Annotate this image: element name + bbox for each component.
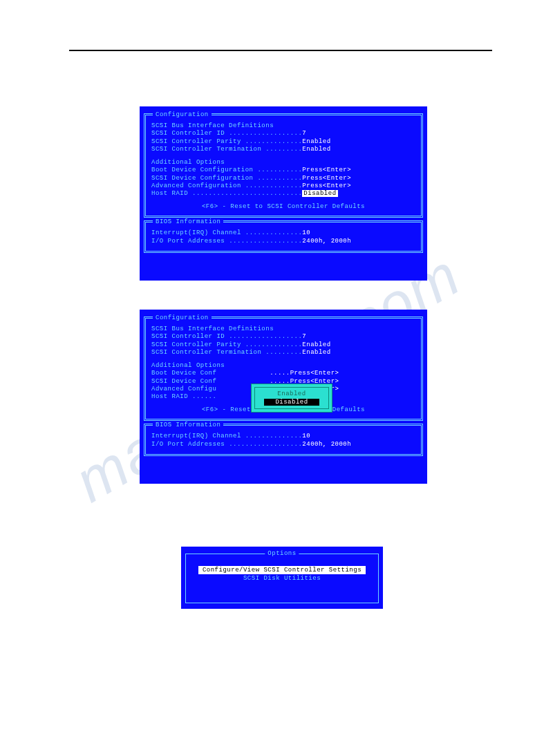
- config-row[interactable]: Boot Device Conf_____________.....Press<…: [151, 370, 415, 377]
- info-row: Interrupt(IRQ) Channel ..............10: [151, 229, 415, 237]
- bios-config-box-2: Configuration SCSI Bus Interface Definit…: [140, 310, 427, 484]
- config-row[interactable]: SCSI Controller ID ..................7: [151, 333, 415, 341]
- panel-title: BIOS Information: [153, 218, 223, 225]
- options-panel: Options Configure/View SCSI Controller S…: [185, 554, 379, 603]
- section-header: Additional Options: [151, 362, 415, 370]
- config-row[interactable]: Advanced Configuration ..............Pre…: [151, 182, 415, 190]
- config-row[interactable]: SCSI Controller Parity ..............Ena…: [151, 138, 415, 146]
- dropdown-option-disabled[interactable]: Disabled: [264, 399, 319, 406]
- option-configure-view[interactable]: Configure/View SCSI Controller Settings: [191, 567, 373, 574]
- config-panel: Configuration SCSI Bus Interface Definit…: [144, 113, 423, 218]
- info-row: I/O Port Addresses ..................240…: [151, 238, 415, 245]
- config-row[interactable]: SCSI Controller Termination .........Ena…: [151, 146, 415, 153]
- bios-config-box-1: Configuration SCSI Bus Interface Definit…: [140, 106, 427, 281]
- help-line: <F6> - Reset to SCSI Controller Defaults: [151, 203, 415, 210]
- info-row: I/O Port Addresses ..................240…: [151, 441, 415, 448]
- config-row[interactable]: SCSI Controller ID ..................7: [151, 130, 415, 138]
- config-row[interactable]: SCSI Controller Termination .........Ena…: [151, 349, 415, 357]
- divider: [69, 50, 492, 51]
- bios-info-panel: BIOS Information Interrupt(IRQ) Channel …: [144, 424, 423, 456]
- section-header: SCSI Bus Interface Definitions: [151, 122, 415, 130]
- options-box: Options Configure/View SCSI Controller S…: [181, 547, 383, 609]
- panel-title: Configuration: [153, 314, 212, 321]
- section-header: SCSI Bus Interface Definitions: [151, 325, 415, 333]
- info-row: Interrupt(IRQ) Channel ..............10: [151, 433, 415, 440]
- config-row[interactable]: SCSI Controller Parity ..............Ena…: [151, 341, 415, 349]
- panel-title: Configuration: [153, 111, 212, 118]
- panel-title: Options: [265, 550, 299, 557]
- config-row[interactable]: Boot Device Configuration ...........Pre…: [151, 167, 415, 174]
- config-panel: Configuration SCSI Bus Interface Definit…: [144, 316, 423, 421]
- panel-title: BIOS Information: [153, 422, 223, 428]
- option-disk-utilities[interactable]: SCSI Disk Utilities: [191, 575, 373, 582]
- dropdown-option-enabled[interactable]: Enabled: [259, 390, 324, 397]
- section-header: Additional Options: [151, 159, 415, 167]
- config-row[interactable]: SCSI Device Configuration ...........Pre…: [151, 175, 415, 182]
- bios-info-panel: BIOS Information Interrupt(IRQ) Channel …: [144, 220, 423, 253]
- config-row-selected[interactable]: Host RAID ...........................Dis…: [151, 190, 415, 198]
- dropdown-popup: Enabled Disabled: [251, 384, 332, 413]
